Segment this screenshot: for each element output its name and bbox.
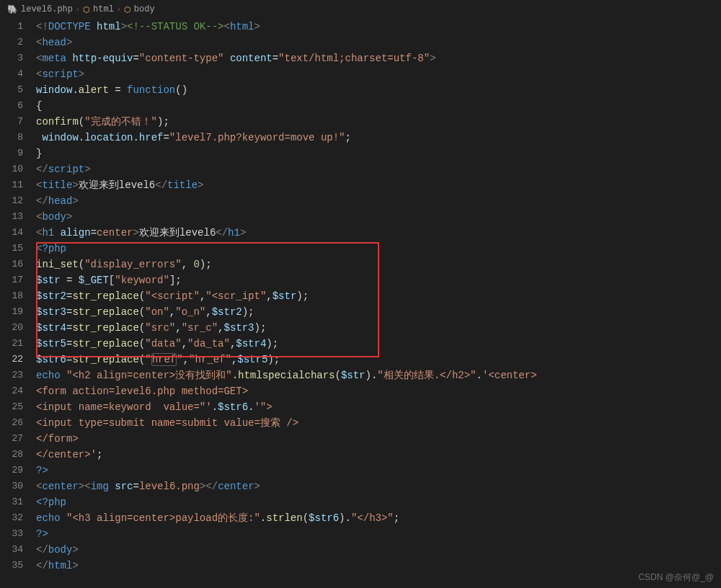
code-line: <form action=level6.php method=GET> bbox=[36, 383, 721, 399]
code-line: <?php bbox=[36, 494, 721, 510]
code-line: $str6=str_replace("href","hr_ef",$str5); bbox=[36, 352, 721, 368]
breadcrumb-file-label: level6.php bbox=[21, 4, 73, 14]
breadcrumb-html-label: html bbox=[93, 4, 114, 14]
line-gutter: 1234567891011121314151617181920212223242… bbox=[0, 19, 36, 574]
code-area[interactable]: <!DOCTYPE html><!--STATUS OK--><html> <h… bbox=[36, 19, 721, 574]
code-line: </script> bbox=[36, 161, 721, 177]
line-number: 9 bbox=[0, 146, 23, 161]
code-line: { bbox=[36, 98, 721, 114]
line-number: 18 bbox=[0, 288, 23, 304]
line-number: 20 bbox=[0, 320, 23, 336]
code-line: </html> bbox=[36, 558, 721, 574]
line-number: 1 bbox=[0, 19, 23, 35]
line-number: 15 bbox=[0, 241, 23, 257]
code-line: $str3=str_replace("on","o_n",$str2); bbox=[36, 304, 721, 320]
code-line: echo "<h3 align=center>payload的长度:".strl… bbox=[36, 510, 721, 526]
code-editor[interactable]: 1234567891011121314151617181920212223242… bbox=[0, 19, 721, 574]
line-number: 35 bbox=[0, 558, 23, 574]
code-line: <head> bbox=[36, 35, 721, 50]
code-line: confirm("完成的不错！"); bbox=[36, 114, 721, 130]
code-line: echo "<h2 align=center>没有找到和".htmlspecia… bbox=[36, 368, 721, 383]
line-number: 19 bbox=[0, 304, 23, 320]
code-line: <h1 align=center>欢迎来到level6</h1> bbox=[36, 225, 721, 241]
line-number: 28 bbox=[0, 447, 23, 463]
line-number: 29 bbox=[0, 463, 23, 478]
line-number: 3 bbox=[0, 50, 23, 66]
element-icon: ⬡ bbox=[83, 5, 90, 14]
code-line: } bbox=[36, 146, 721, 161]
code-line: <script> bbox=[36, 66, 721, 82]
line-number: 6 bbox=[0, 98, 23, 114]
line-number: 31 bbox=[0, 494, 23, 510]
line-number: 16 bbox=[0, 257, 23, 272]
line-number: 10 bbox=[0, 161, 23, 177]
chevron-right-icon: › bbox=[117, 6, 121, 14]
code-line: window.alert = function() bbox=[36, 82, 721, 98]
breadcrumb-body-label: body bbox=[134, 4, 155, 14]
code-line: $str = $_GET["keyword"]; bbox=[36, 272, 721, 288]
line-number: 7 bbox=[0, 114, 23, 130]
line-number: 13 bbox=[0, 209, 23, 225]
code-line: <input name=keyword value="'.$str6.'"> bbox=[36, 399, 721, 415]
line-number: 4 bbox=[0, 66, 23, 82]
line-number: 26 bbox=[0, 415, 23, 431]
line-number: 27 bbox=[0, 431, 23, 447]
code-line: $str5=str_replace("data","da_ta",$str4); bbox=[36, 336, 721, 352]
breadcrumb-file[interactable]: 🐘 level6.php bbox=[7, 4, 73, 15]
breadcrumb: 🐘 level6.php › ⬡ html › ⬡ body bbox=[0, 0, 721, 19]
code-line: ?> bbox=[36, 526, 721, 542]
code-line: </form> bbox=[36, 431, 721, 447]
code-line: <?php bbox=[36, 241, 721, 257]
chevron-right-icon: › bbox=[76, 6, 80, 14]
php-icon: 🐘 bbox=[7, 4, 18, 15]
line-number: 21 bbox=[0, 336, 23, 352]
code-line: </body> bbox=[36, 542, 721, 558]
code-line: </center>'; bbox=[36, 447, 721, 463]
line-number: 14 bbox=[0, 225, 23, 241]
code-line: </head> bbox=[36, 193, 721, 209]
line-number: 17 bbox=[0, 272, 23, 288]
line-number: 32 bbox=[0, 510, 23, 526]
watermark: CSDN @奈何@_@ bbox=[638, 571, 714, 584]
line-number: 11 bbox=[0, 177, 23, 193]
code-line: $str4=str_replace("src","sr_c",$str3); bbox=[36, 320, 721, 336]
code-line: <center><img src=level6.png></center> bbox=[36, 478, 721, 494]
code-line: <body> bbox=[36, 209, 721, 225]
line-number: 22 bbox=[0, 352, 23, 368]
line-number: 24 bbox=[0, 383, 23, 399]
breadcrumb-html[interactable]: ⬡ html bbox=[83, 4, 114, 14]
code-line: ?> bbox=[36, 463, 721, 478]
breadcrumb-body[interactable]: ⬡ body bbox=[124, 4, 155, 14]
line-number: 33 bbox=[0, 526, 23, 542]
line-number: 30 bbox=[0, 478, 23, 494]
line-number: 8 bbox=[0, 130, 23, 146]
code-line: <input type=submit name=submit value=搜索 … bbox=[36, 415, 721, 431]
line-number: 2 bbox=[0, 35, 23, 50]
line-number: 34 bbox=[0, 542, 23, 558]
code-line: ini_set("display_errors", 0); bbox=[36, 257, 721, 272]
code-line: <title>欢迎来到level6</title> bbox=[36, 177, 721, 193]
line-number: 5 bbox=[0, 82, 23, 98]
code-line: <!DOCTYPE html><!--STATUS OK--><html> bbox=[36, 19, 721, 35]
line-number: 23 bbox=[0, 368, 23, 383]
code-line: $str2=str_replace("<script","<scr_ipt",$… bbox=[36, 288, 721, 304]
element-icon: ⬡ bbox=[124, 5, 131, 14]
line-number: 25 bbox=[0, 399, 23, 415]
line-number: 12 bbox=[0, 193, 23, 209]
code-line: <meta http-equiv="content-type" content=… bbox=[36, 50, 721, 66]
code-line: window.location.href="level7.php?keyword… bbox=[36, 130, 721, 146]
